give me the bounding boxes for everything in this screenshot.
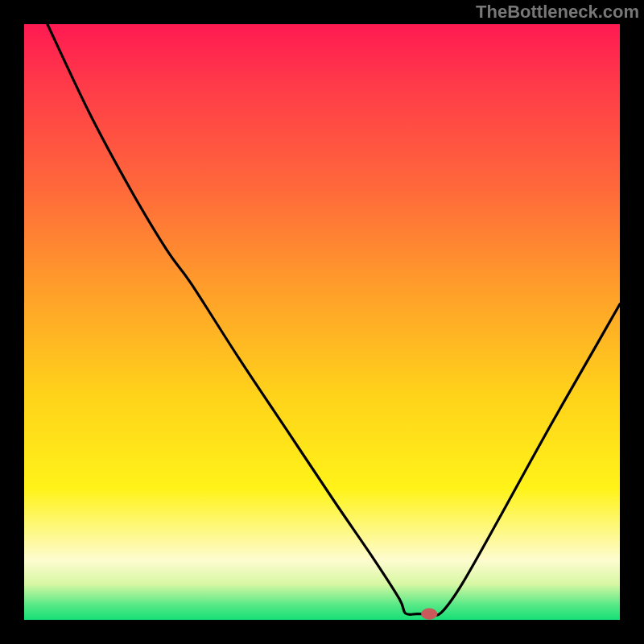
optimal-point-marker xyxy=(422,609,437,619)
curve-svg xyxy=(24,24,620,620)
plot-area xyxy=(24,24,620,620)
chart-container: TheBottleneck.com xyxy=(0,0,644,644)
watermark-label: TheBottleneck.com xyxy=(476,2,639,23)
bottleneck-curve xyxy=(47,24,620,615)
